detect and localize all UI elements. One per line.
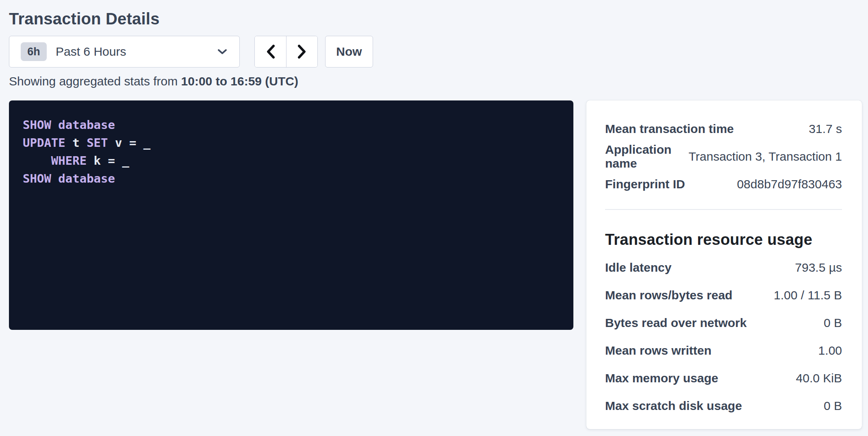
detail-value: Transaction 3, Transaction 1 [689,150,842,164]
aggregation-note-prefix: Showing aggregated stats from [9,74,181,88]
detail-value: 08d8b7d97f830463 [737,177,842,191]
usage-rows: Idle latency793.5 µsMean rows/bytes read… [605,254,842,420]
detail-row: Mean rows/bytes read1.00 / 11.5 B [605,281,842,309]
chevron-left-icon [266,44,276,59]
detail-label: Mean rows written [605,344,712,358]
detail-row: Idle latency793.5 µs [605,254,842,281]
aggregation-note: Showing aggregated stats from 10:00 to 1… [9,74,868,89]
detail-row: Max memory usage40.0 KiB [605,364,842,392]
sql-keyword: SET [87,136,108,150]
transaction-details-page: Transaction Details 6h Past 6 Hours Now [0,0,868,429]
interval-label: Past 6 Hours [56,45,217,59]
sql-line: SHOW database [23,116,560,134]
detail-label: Fingerprint ID [605,177,685,191]
usage-heading: Transaction resource usage [605,229,842,250]
detail-value: 793.5 µs [795,261,842,275]
detail-value: 0 B [824,316,842,330]
sql-text: k = _ [87,154,129,168]
details-card: Mean transaction time31.7 sApplication n… [586,100,862,429]
detail-row: Fingerprint ID08d8b7d97f830463 [605,170,842,198]
time-picker-controls: 6h Past 6 Hours Now [9,36,868,68]
chevron-down-icon [217,48,227,55]
detail-value: 0 B [824,399,842,413]
now-button[interactable]: Now [325,36,373,68]
sql-statement-box: SHOW databaseUPDATE t SET v = _ WHERE k … [9,100,573,330]
detail-label: Max scratch disk usage [605,399,742,413]
sql-text [23,154,51,168]
chevron-right-icon [297,44,307,59]
sql-line: WHERE k = _ [23,152,560,170]
sql-keyword: database [58,118,115,132]
sql-line: SHOW database [23,170,560,187]
sql-keyword: UPDATE [23,136,65,150]
summary-rows: Mean transaction time31.7 sApplication n… [605,115,842,198]
detail-label: Bytes read over network [605,316,746,330]
detail-value: 31.7 s [809,122,842,136]
detail-label: Mean transaction time [605,122,734,136]
detail-row: Application nameTransaction 3, Transacti… [605,143,842,170]
detail-value: 1.00 [818,344,842,358]
detail-value: 40.0 KiB [796,371,842,385]
sql-text [51,172,58,185]
section-divider [605,209,842,210]
sql-text: v = _ [108,136,151,150]
detail-row: Mean rows written1.00 [605,337,842,364]
sql-keyword: SHOW [23,172,51,185]
detail-row: Max scratch disk usage0 B [605,392,842,420]
page-title: Transaction Details [9,8,868,29]
next-interval-button[interactable] [286,36,317,67]
detail-row: Mean transaction time31.7 s [605,115,842,143]
detail-label: Mean rows/bytes read [605,288,732,302]
main-area: SHOW databaseUPDATE t SET v = _ WHERE k … [9,100,868,429]
detail-value: 1.00 / 11.5 B [774,288,842,302]
detail-label: Max memory usage [605,371,718,385]
sql-keyword: WHERE [51,154,87,168]
sql-keyword: database [58,172,115,185]
detail-row: Bytes read over network0 B [605,309,842,337]
interval-badge: 6h [21,42,47,61]
interval-nav-group [254,36,318,68]
prev-interval-button[interactable] [255,36,286,67]
detail-label: Idle latency [605,261,671,275]
sql-text: t [65,136,87,150]
detail-label: Application name [605,143,689,170]
sql-line: UPDATE t SET v = _ [23,134,560,152]
sql-keyword: SHOW [23,118,51,132]
sql-text [51,118,58,132]
aggregation-note-range: 10:00 to 16:59 (UTC) [181,74,298,88]
time-interval-dropdown[interactable]: 6h Past 6 Hours [9,36,240,68]
